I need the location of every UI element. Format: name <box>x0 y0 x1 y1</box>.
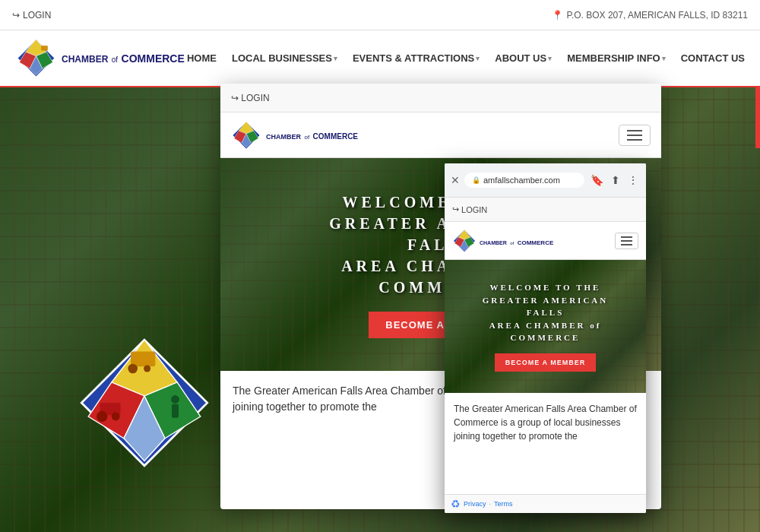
nav-about[interactable]: ABOUT US ▾ <box>495 52 552 64</box>
phone-hero-section: WELCOME TO THE GREATER AMERICAN FALLS AR… <box>445 260 646 393</box>
tablet-of-text: of <box>304 134 309 141</box>
phone-logo-icon <box>452 229 477 253</box>
share-icon[interactable]: ⬆ <box>610 173 622 188</box>
phone-hero-line1: WELCOME TO THE <box>483 281 608 294</box>
logo-of-text: of <box>112 55 118 64</box>
phone-logo[interactable]: CHAMBER of COMMERCE <box>452 229 553 253</box>
phone-browser-bar: ✕ 🔒 amfallschamber.com 🔖 ⬆ ⋮ <box>445 163 646 198</box>
nav-events-label: EVENTS & ATTRACTIONS <box>353 52 474 64</box>
phone-chamber-text: CHAMBER <box>480 240 507 245</box>
nav-contact-label: CONTACT US <box>681 52 745 64</box>
hamburger-line-2 <box>627 135 642 136</box>
more-options-icon[interactable]: ⋮ <box>626 173 640 188</box>
hamburger-line-3 <box>627 139 642 141</box>
svg-point-16 <box>171 395 179 404</box>
phone-hamburger-line-1 <box>621 236 632 238</box>
nav-membership[interactable]: MEMBERSHIP INFO ▾ <box>567 52 666 64</box>
recaptcha-terms-link[interactable]: Terms <box>494 500 513 508</box>
address-text: P.O. BOX 207, AMERICAN FALLS, ID 83211 <box>566 10 748 21</box>
logo-commerce-text: COMMERCE <box>122 52 185 65</box>
phone-of-text: of <box>510 241 514 245</box>
pin-icon: 📍 <box>552 10 563 21</box>
nav-contact[interactable]: CONTACT US <box>681 52 745 64</box>
phone-hamburger-line-2 <box>621 240 632 242</box>
phone-hero-text: WELCOME TO THE GREATER AMERICAN FALLS AR… <box>483 281 608 344</box>
nav-about-label: ABOUT US <box>495 52 546 64</box>
phone-hamburger-line-3 <box>621 244 632 245</box>
hamburger-line-1 <box>627 130 642 131</box>
chevron-down-icon: ▾ <box>334 55 337 62</box>
recaptcha-icon: ♻ <box>451 498 461 510</box>
nav-home[interactable]: HOME <box>187 52 217 64</box>
recaptcha-privacy-link[interactable]: Privacy <box>464 500 486 508</box>
phone-hero-line4: AREA CHAMBER of <box>483 319 608 332</box>
phone-login-arrow-icon: ↪ <box>452 204 459 214</box>
login-text: LOGIN <box>23 10 51 21</box>
chevron-down-icon: ▾ <box>548 55 552 62</box>
nav-events[interactable]: EVENTS & ATTRACTIONS ▾ <box>353 52 480 64</box>
logo-text: CHAMBER of COMMERCE <box>62 52 185 65</box>
tablet-chamber-text: CHAMBER <box>266 133 301 141</box>
phone-become-member-button[interactable]: BECOME A MEMBER <box>495 353 596 372</box>
login-arrow-icon: ↪ <box>12 10 20 21</box>
tablet-login-text: LOGIN <box>241 93 269 103</box>
tablet-login-arrow-icon: ↪ <box>231 93 239 103</box>
svg-point-13 <box>97 411 107 422</box>
tablet-logo-text: CHAMBER of COMMERCE <box>266 128 358 142</box>
phone-hamburger-button[interactable] <box>615 233 638 249</box>
phone-hero-line3: FALLS <box>483 306 608 319</box>
phone-content: The Greater American Falls Area Chamber … <box>445 393 646 452</box>
tablet-logo[interactable]: CHAMBER of COMMERCE <box>231 120 358 150</box>
top-bar: ↪ LOGIN 📍 P.O. BOX 207, AMERICAN FALLS, … <box>0 0 760 30</box>
svg-point-14 <box>112 413 120 421</box>
red-accent-bar <box>755 87 760 148</box>
svg-rect-17 <box>172 404 179 418</box>
tablet-logo-icon <box>231 120 261 150</box>
phone-login-text: LOGIN <box>461 205 487 214</box>
phone-login-bar: ↪ LOGIN <box>445 198 646 222</box>
login-link[interactable]: ↪ LOGIN <box>12 10 51 21</box>
phone-logo-text: CHAMBER of COMMERCE <box>480 234 553 248</box>
phone-close-button[interactable]: ✕ <box>451 174 460 186</box>
logo-diamond-icon <box>15 37 57 79</box>
chevron-down-icon: ▾ <box>662 55 666 62</box>
bookmark-icon[interactable]: 🔖 <box>589 173 605 188</box>
phone-url-text: amfallschamber.com <box>483 176 560 185</box>
lock-icon: 🔒 <box>472 176 480 184</box>
tablet-navbar: CHAMBER of COMMERCE <box>220 112 661 158</box>
phone-navbar: CHAMBER of COMMERCE <box>445 222 646 260</box>
svg-point-9 <box>128 364 138 374</box>
site-logo[interactable]: CHAMBER of COMMERCE <box>15 37 185 79</box>
nav-local-businesses[interactable]: LOCAL BUSINESSES ▾ <box>232 52 337 64</box>
address-bar: 📍 P.O. BOX 207, AMERICAN FALLS, ID 83211 <box>552 10 748 21</box>
phone-url-bar: 🔒 amfallschamber.com <box>464 173 584 188</box>
phone-hero-line5: COMMERCE <box>483 331 608 344</box>
nav-links: HOME LOCAL BUSINESSES ▾ EVENTS & ATTRACT… <box>187 52 745 64</box>
recaptcha-separator: · <box>489 500 492 508</box>
phone-window: ✕ 🔒 amfallschamber.com 🔖 ⬆ ⋮ ↪ LOGIN CHA… <box>445 163 646 513</box>
main-navbar: CHAMBER of COMMERCE HOME LOCAL BUSINESSE… <box>0 30 760 87</box>
phone-commerce-text: COMMERCE <box>518 239 554 246</box>
nav-local-businesses-label: LOCAL BUSINESSES <box>232 52 332 64</box>
recaptcha-bar: ♻ Privacy · Terms <box>445 494 646 513</box>
phone-about-text: The Greater American Falls Area Chamber … <box>454 404 637 442</box>
phone-hero-line2: GREATER AMERICAN <box>483 294 608 307</box>
bottom-logo-diamond-icon <box>76 334 213 471</box>
svg-rect-5 <box>41 46 48 51</box>
nav-home-label: HOME <box>187 52 217 64</box>
hamburger-menu-button[interactable] <box>619 125 651 146</box>
svg-point-10 <box>144 366 150 372</box>
logo-chamber-text: CHAMBER <box>62 54 108 65</box>
chevron-down-icon: ▾ <box>476 55 480 62</box>
tablet-login-bar: ↪ LOGIN <box>220 84 661 112</box>
nav-membership-label: MEMBERSHIP INFO <box>567 52 660 64</box>
tablet-commerce-text: COMMERCE <box>313 132 358 141</box>
